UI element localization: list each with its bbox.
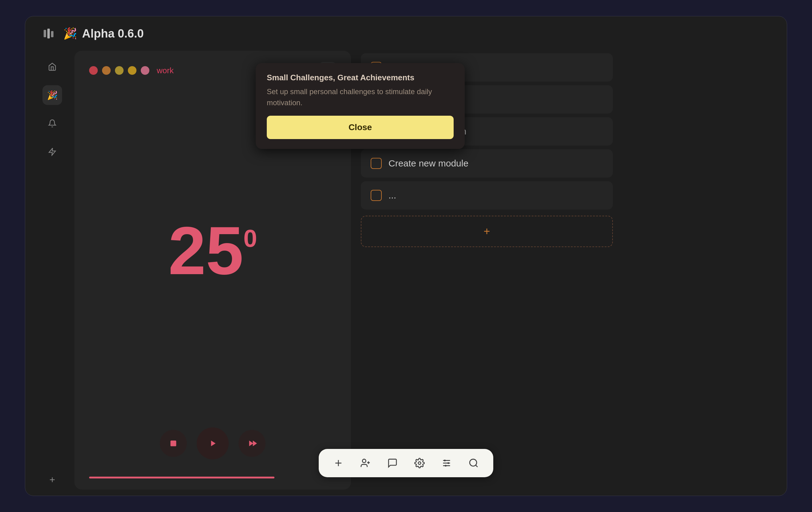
toolbar-add-button[interactable] (330, 455, 347, 472)
svg-marker-5 (211, 440, 216, 447)
svg-point-13 (418, 462, 421, 465)
sidebar-item-home[interactable] (42, 57, 62, 77)
toolbar-gear-button[interactable] (411, 455, 428, 472)
svg-rect-2 (51, 31, 54, 37)
stop-button[interactable] (160, 430, 187, 457)
dot-pink (141, 66, 149, 75)
sidebar-item-bell[interactable] (42, 113, 62, 133)
svg-rect-0 (44, 30, 46, 37)
svg-point-10 (362, 459, 366, 462)
toolbar-person-button[interactable] (357, 455, 374, 472)
timer-value: 250 (168, 217, 257, 285)
toolbar-chat-button[interactable] (384, 455, 401, 472)
toolbar-sliders-button[interactable] (438, 455, 455, 472)
checkbox-4[interactable] (371, 158, 382, 169)
task-item-5[interactable]: ... (361, 181, 613, 210)
svg-point-19 (445, 465, 446, 467)
sidebar-item-party[interactable]: 🎉 (42, 85, 62, 105)
controls (89, 423, 336, 464)
app-title: 🎉 Alpha 0.6.0 (63, 27, 144, 40)
title-emoji: 🎉 (63, 27, 77, 40)
task-item-4[interactable]: Create new module (361, 149, 613, 178)
task-text-5: ... (388, 190, 396, 200)
add-task-button[interactable]: + (361, 216, 613, 247)
dot-yellow (115, 66, 123, 75)
bottom-toolbar (319, 449, 493, 477)
dot-yellow2 (128, 66, 137, 75)
play-button[interactable] (197, 427, 229, 459)
tooltip: Small Challenges, Great Achievements Set… (256, 63, 465, 149)
checkbox-5[interactable] (371, 190, 382, 201)
app-window: 🎉 Alpha 0.6.0 🎉 (25, 16, 787, 496)
svg-marker-7 (253, 440, 257, 447)
title-text: Alpha 0.6.0 (82, 27, 144, 40)
svg-rect-4 (171, 440, 176, 447)
svg-point-18 (447, 462, 450, 464)
svg-rect-1 (47, 29, 50, 38)
timer-superscript: 0 (243, 226, 257, 251)
main-content: 🎉 + (25, 51, 787, 496)
svg-point-17 (444, 460, 446, 461)
sidebar-add-button[interactable]: + (42, 470, 62, 489)
svg-marker-6 (249, 440, 253, 447)
sidebar-add-label: + (50, 474, 55, 486)
tooltip-close-button[interactable]: Close (267, 116, 454, 139)
header: 🎉 Alpha 0.6.0 (25, 16, 787, 51)
toolbar-search-button[interactable] (465, 455, 482, 472)
window-dots (89, 66, 149, 75)
sidebar-item-lightning[interactable] (42, 142, 62, 162)
sidebar: 🎉 + (40, 51, 64, 489)
tooltip-description: Set up small personal challenges to stim… (267, 86, 454, 108)
tooltip-title: Small Challenges, Great Achievements (267, 73, 454, 82)
progress-bar (89, 477, 274, 479)
logo-icon (40, 25, 57, 42)
dot-orange (102, 66, 111, 75)
svg-point-20 (470, 459, 477, 466)
add-task-label: + (484, 225, 490, 238)
skip-button[interactable] (238, 430, 265, 457)
task-text-4: Create new module (388, 158, 468, 169)
panel-label: work (157, 66, 174, 75)
svg-line-21 (476, 465, 477, 467)
party-emoji: 🎉 (47, 90, 58, 100)
timer-digits: 25 (168, 217, 243, 285)
dot-red (89, 66, 98, 75)
